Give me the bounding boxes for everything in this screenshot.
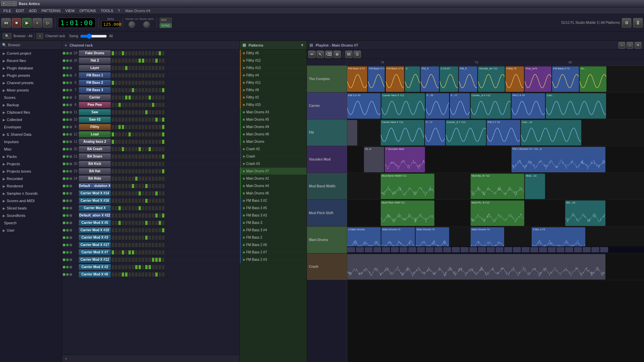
- pad-26-14[interactable]: [158, 243, 161, 247]
- pad-20-12[interactable]: [152, 198, 155, 203]
- pad-30-10[interactable]: [145, 272, 148, 277]
- pad-18-13[interactable]: [155, 184, 158, 188]
- sidebar-item-sliced-beats[interactable]: ▶Sliced beats: [0, 204, 62, 212]
- pad-14-10[interactable]: [145, 154, 148, 159]
- ch-name-btn-30[interactable]: Carrier Mod X #6: [79, 272, 111, 278]
- pad-7-4[interactable]: [125, 103, 128, 107]
- ch-dot-14-1[interactable]: [66, 155, 69, 158]
- pad-14-1[interactable]: [115, 154, 118, 159]
- sidebar-item-rendered[interactable]: ▶Rendered: [0, 182, 62, 190]
- segment-0-10[interactable]: FM Bass 2 ♯3: [552, 66, 579, 92]
- pad-9-5[interactable]: [128, 117, 131, 122]
- pad-20-4[interactable]: [125, 198, 128, 203]
- pad-6-1[interactable]: [115, 95, 118, 100]
- pad-27-6[interactable]: [131, 250, 135, 255]
- pad-22-9[interactable]: [142, 213, 145, 218]
- pad-29-13[interactable]: [155, 265, 158, 269]
- pad-0-4[interactable]: [125, 51, 128, 56]
- pad-2-8[interactable]: [138, 66, 141, 70]
- pad-2-9[interactable]: [142, 66, 145, 70]
- pad-20-5[interactable]: [128, 198, 131, 203]
- pad-22-3[interactable]: [121, 213, 124, 218]
- pad-28-15[interactable]: [162, 257, 165, 262]
- pad-14-0[interactable]: [111, 154, 114, 159]
- ch-dot-2-1[interactable]: [66, 67, 69, 69]
- pad-10-13[interactable]: [155, 125, 158, 129]
- pad-3-5[interactable]: [128, 73, 131, 78]
- pad-11-10[interactable]: [145, 132, 148, 137]
- segment-2-4[interactable]: FM 2 Y ♯4: [487, 120, 520, 145]
- pad-2-2[interactable]: [118, 66, 121, 70]
- menu-view[interactable]: VIEW: [63, 8, 77, 14]
- pad-10-6[interactable]: [131, 125, 135, 129]
- pad-13-1[interactable]: [115, 147, 118, 152]
- pad-5-11[interactable]: [148, 88, 151, 93]
- pad-6-15[interactable]: [162, 95, 165, 100]
- pad-0-12[interactable]: [152, 51, 155, 56]
- pad-28-10[interactable]: [145, 257, 148, 262]
- pattern-item-22[interactable]: FM Bass 3 #3: [240, 212, 307, 219]
- pad-15-15[interactable]: [162, 162, 165, 166]
- pad-12-8[interactable]: [138, 139, 141, 144]
- pad-17-9[interactable]: [142, 176, 145, 181]
- pad-2-14[interactable]: [158, 66, 161, 70]
- track-label-0[interactable]: The Complex: [307, 66, 347, 93]
- pad-7-8[interactable]: [138, 103, 141, 107]
- pad-29-0[interactable]: [111, 265, 114, 269]
- pad-11-12[interactable]: [152, 132, 155, 137]
- ch-dot-30-1[interactable]: [66, 273, 69, 276]
- pad-12-11[interactable]: [148, 139, 151, 144]
- pad-25-3[interactable]: [121, 235, 124, 240]
- ch-dot-20-2[interactable]: [69, 199, 72, 202]
- pad-14-2[interactable]: [118, 154, 121, 159]
- pad-11-14[interactable]: [158, 132, 161, 137]
- pad-18-6[interactable]: [131, 184, 135, 188]
- pad-23-4[interactable]: [125, 221, 128, 225]
- pad-29-11[interactable]: [148, 265, 151, 269]
- pad-19-15[interactable]: [162, 191, 165, 196]
- ch-name-btn-13[interactable]: BA Crash: [79, 146, 111, 152]
- ch-dot-5-1[interactable]: [66, 89, 69, 92]
- pad-13-14[interactable]: [158, 147, 161, 152]
- pad-7-11[interactable]: [148, 103, 151, 107]
- ch-dot-24-2[interactable]: [69, 229, 72, 232]
- pad-17-15[interactable]: [162, 176, 165, 181]
- pad-9-0[interactable]: [111, 117, 114, 122]
- pad-22-2[interactable]: [118, 213, 121, 218]
- segment-1-4[interactable]: Carrier_d X ♯12: [471, 93, 511, 119]
- pad-28-3[interactable]: [121, 257, 124, 262]
- pad-16-15[interactable]: [162, 169, 165, 174]
- pad-23-2[interactable]: [118, 221, 121, 225]
- ch-name-btn-20[interactable]: Carrier Mod X #16: [79, 198, 111, 204]
- pad-0-15[interactable]: [162, 51, 165, 56]
- playlist-close[interactable]: ✕: [635, 42, 641, 49]
- ch-dot-10-2[interactable]: [69, 126, 72, 128]
- ch-name-btn-23[interactable]: Carrier Mod X #5: [79, 220, 111, 226]
- pad-23-11[interactable]: [148, 221, 151, 225]
- pad-26-7[interactable]: [135, 243, 138, 247]
- segment-2-0[interactable]: [347, 120, 357, 145]
- pad-9-13[interactable]: [155, 117, 158, 122]
- ch-dot-16-2[interactable]: [69, 170, 72, 173]
- menu-edit[interactable]: EDIT: [14, 8, 26, 14]
- pad-10-12[interactable]: [152, 125, 155, 129]
- pad-8-1[interactable]: [115, 110, 118, 115]
- segment-0-1[interactable]: FM Bass 3 ♯4: [368, 66, 385, 92]
- pad-11-5[interactable]: [128, 132, 131, 137]
- sidebar-item-recorded[interactable]: ▶Recorded: [0, 175, 62, 182]
- sidebar-item-recent-files[interactable]: ▶Recent files: [0, 57, 62, 64]
- pad-19-0[interactable]: [111, 191, 114, 196]
- ch-dot-1-2[interactable]: [69, 59, 72, 62]
- pad-17-13[interactable]: [155, 176, 158, 181]
- pad-19-14[interactable]: [158, 191, 161, 196]
- ch-name-btn-15[interactable]: BA Kick: [79, 161, 111, 167]
- segment-0-5[interactable]: 3 Ch.07: [440, 66, 458, 92]
- pad-13-2[interactable]: [118, 147, 121, 152]
- pad-26-10[interactable]: [145, 243, 148, 247]
- pad-16-5[interactable]: [128, 169, 131, 174]
- pad-11-7[interactable]: [135, 132, 138, 137]
- pad-15-3[interactable]: [121, 162, 124, 166]
- ch-dot-17-0[interactable]: [63, 177, 65, 180]
- pad-12-0[interactable]: [111, 139, 114, 144]
- pad-21-11[interactable]: [148, 206, 151, 210]
